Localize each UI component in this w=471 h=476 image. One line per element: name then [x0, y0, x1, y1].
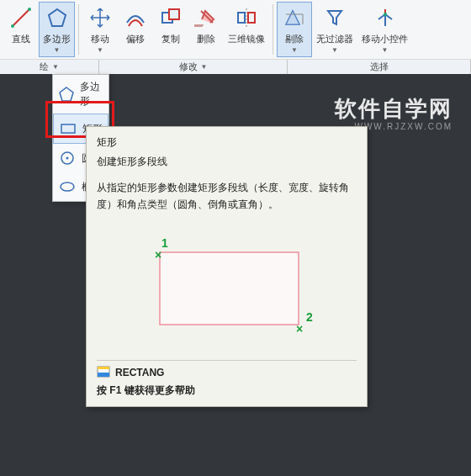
tooltip-title: 矩形 [97, 135, 357, 150]
offset-label: 偏移 [126, 33, 145, 45]
panel-draw[interactable]: 绘▼ [0, 60, 99, 74]
delete-icon [193, 4, 220, 31]
line-label: 直线 [12, 33, 30, 45]
svg-text:2: 2 [306, 310, 313, 324]
svg-rect-13 [160, 252, 299, 325]
ribbon: 直线 多边形 ▼ 移动 ▼ 偏移 复制 [0, 0, 471, 75]
movegizmo-tool[interactable]: 移动小控件 ▼ [357, 2, 412, 57]
svg-rect-19 [98, 367, 109, 369]
nofilter-icon [321, 4, 348, 31]
line-tool[interactable]: 直线 [3, 2, 39, 57]
offset-icon [122, 4, 149, 31]
delete-label: 删除 [197, 33, 215, 45]
ribbon-tools-row: 直线 多边形 ▼ 移动 ▼ 偏移 复制 [0, 0, 471, 59]
nofilter-tool[interactable]: 无过滤器 ▼ [312, 2, 357, 57]
panel-draw-label: 绘 [40, 61, 49, 73]
svg-text:1: 1 [161, 236, 168, 250]
chevron-down-icon: ▼ [97, 46, 103, 54]
svg-point-1 [11, 24, 14, 28]
panel-titles-row: 绘▼ 修改▼ 选择 [0, 59, 471, 74]
mirror3d-tool[interactable]: 三维镜像 [224, 2, 269, 57]
panel-modify-label: 修改 [179, 61, 198, 73]
panel-select[interactable]: 选择 [288, 60, 471, 74]
tooltip-divider [97, 360, 357, 361]
polygon-icon [44, 4, 71, 31]
svg-marker-8 [60, 87, 73, 101]
ellipse-icon [58, 177, 77, 196]
copy-tool[interactable]: 复制 [153, 2, 188, 57]
mirror3d-label: 三维镜像 [228, 33, 265, 45]
tooltip-subtitle: 创建矩形多段线 [97, 155, 357, 169]
nofilter-label: 无过滤器 [316, 33, 353, 45]
chevron-down-icon: ▼ [52, 63, 59, 71]
svg-rect-6 [194, 24, 204, 27]
offset-tool[interactable]: 偏移 [118, 2, 153, 57]
command-icon [97, 366, 110, 380]
trim-icon [281, 4, 308, 31]
svg-text:×: × [296, 322, 303, 336]
move-label: 移动 [91, 33, 109, 45]
chevron-down-icon: ▼ [54, 46, 61, 54]
tooltip: 矩形 创建矩形多段线 从指定的矩形参数创建矩形多段线（长度、宽度、旋转角度）和角… [86, 126, 368, 407]
tooltip-diagram: × 1 × 2 [118, 222, 336, 348]
chevron-down-icon: ▼ [291, 46, 298, 54]
svg-text:×: × [155, 248, 161, 262]
trim-tool[interactable]: 剔除 ▼ [277, 2, 312, 57]
svg-point-11 [66, 157, 69, 160]
separator [78, 4, 79, 55]
svg-point-2 [28, 8, 31, 11]
panel-select-label: 选择 [370, 61, 389, 73]
copy-label: 复制 [161, 33, 180, 45]
copy-icon [157, 4, 184, 31]
separator [273, 4, 273, 55]
tooltip-f1: 按 F1 键获得更多帮助 [97, 383, 357, 398]
circle-icon [58, 149, 77, 167]
movegizmo-label: 移动小控件 [362, 33, 408, 45]
movegizmo-icon [372, 4, 399, 31]
svg-point-7 [384, 13, 387, 16]
rectangle-icon [59, 119, 77, 138]
svg-rect-5 [169, 9, 179, 19]
tooltip-body: 从指定的矩形参数创建矩形多段线（长度、宽度、旋转角度）和角点类型（圆角、倒角或直… [97, 179, 357, 214]
polygon-icon [58, 85, 75, 103]
svg-point-12 [61, 182, 74, 191]
polygon-tool[interactable]: 多边形 ▼ [39, 2, 75, 57]
panel-modify[interactable]: 修改▼ [99, 60, 288, 74]
chevron-down-icon: ▼ [201, 63, 208, 71]
dropdown-polygon[interactable]: 多边形 [53, 75, 108, 114]
svg-rect-20 [98, 373, 109, 377]
move-icon [87, 4, 114, 31]
dropdown-polygon-label: 多边形 [80, 80, 103, 108]
mirror3d-icon [233, 4, 260, 31]
chevron-down-icon: ▼ [382, 46, 389, 54]
svg-marker-3 [49, 9, 66, 26]
tooltip-command-row: RECTANG [97, 366, 357, 380]
svg-line-0 [13, 9, 29, 26]
chevron-down-icon: ▼ [331, 46, 338, 54]
delete-tool[interactable]: 删除 [188, 2, 224, 57]
line-icon [8, 4, 34, 31]
polygon-label: 多边形 [43, 33, 71, 45]
move-tool[interactable]: 移动 ▼ [82, 2, 118, 57]
tooltip-command: RECTANG [115, 367, 164, 378]
svg-rect-9 [61, 124, 75, 133]
trim-label: 剔除 [285, 33, 304, 45]
